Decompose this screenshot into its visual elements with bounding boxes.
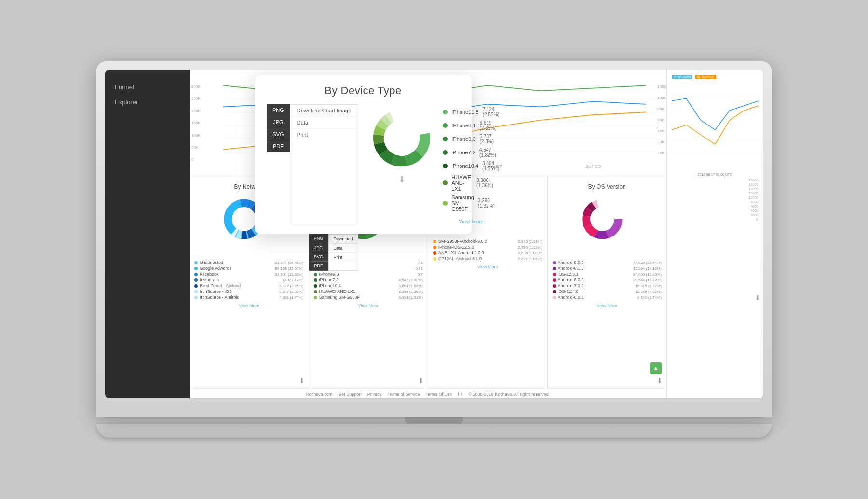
- popup-legend-item-3: iPhone7,2 4,547 (1.82%): [443, 147, 499, 158]
- popup-body: PNG JPG SVG PDF Download Chart Image Dat…: [267, 104, 460, 224]
- download-icon-device[interactable]: ⬇: [418, 377, 424, 385]
- legend-network: Unattributed91,077 (36.48%) Google Adwor…: [194, 260, 304, 301]
- popup-donut-area: ⬇: [368, 104, 435, 185]
- footer-social: f t: [458, 392, 462, 397]
- right-chart-date: 2019-08-17 00:00 UTC: [672, 173, 758, 176]
- footer-link-privacy[interactable]: Privacy: [367, 392, 382, 397]
- total-users-badge: Total Users: [672, 75, 692, 79]
- facebook-icon: f: [458, 392, 459, 397]
- download-section: PNG JPG SVG PDF Download Chart Image Dat…: [267, 104, 358, 224]
- right-panel-labels: Total Users al Revenue: [672, 75, 758, 79]
- laptop-screen: Funnel Explorer 300K 250K 200K 150K 100K: [105, 70, 763, 398]
- laptop-base: [96, 424, 772, 438]
- format-btn-pdf[interactable]: PDF: [267, 140, 290, 152]
- y-axis-left: 300K 250K 200K 150K 100K 50K 0: [190, 84, 203, 162]
- footer: Kochava.com Get Support Privacy Terms of…: [190, 388, 666, 398]
- option-print[interactable]: Print: [290, 129, 358, 140]
- popup-download-icon[interactable]: ⬇: [398, 174, 406, 185]
- inner-option-print[interactable]: Print: [329, 253, 358, 262]
- inner-format-jpg[interactable]: JPG: [309, 243, 328, 252]
- legend-dot-4: [443, 164, 448, 168]
- popup-view-more[interactable]: View More: [443, 219, 499, 224]
- option-download-chart[interactable]: Download Chart Image: [290, 105, 358, 117]
- popup-legend-item-2: IPhone9,3 5,737 (2.3%): [443, 134, 499, 144]
- download-icon-right[interactable]: ⬇: [755, 294, 760, 302]
- right-panel: Total Users al Revenue 2019-08-17 00:00 …: [666, 70, 763, 398]
- legend-dot-0: [443, 110, 448, 114]
- format-btn-png[interactable]: PNG: [267, 104, 290, 116]
- popup-legend-item-0: IPhone11,8 7,124 (2.85%): [443, 107, 499, 117]
- scroll-top-button[interactable]: ▲: [650, 362, 662, 374]
- legend-dot-5: [443, 180, 448, 185]
- right-y-axis: 1800016000140001200010000 80006000400020…: [672, 179, 758, 221]
- format-btn-group: PNG JPG SVG PDF: [267, 104, 290, 224]
- inner-format-btns: PNG JPG SVG PDF: [309, 234, 328, 271]
- popup-legend-item-4: iPhone10,4 3,894 (1.56%): [443, 161, 499, 171]
- svg-point-33: [591, 208, 613, 231]
- format-btn-jpg[interactable]: JPG: [267, 116, 290, 128]
- footer-link-kochava[interactable]: Kochava.com: [306, 392, 333, 397]
- inner-option-download[interactable]: Download: [329, 235, 358, 244]
- svg-point-49: [384, 120, 420, 156]
- inner-option-data[interactable]: Data: [329, 244, 358, 253]
- twitter-icon: t: [461, 392, 463, 397]
- laptop-body: Funnel Explorer 300K 250K 200K 150K 100K: [96, 61, 772, 417]
- footer-link-support[interactable]: Get Support: [338, 392, 362, 397]
- inner-format-pdf[interactable]: PDF: [309, 262, 328, 271]
- svg-point-17: [233, 208, 256, 231]
- legend-dot-6: [443, 201, 448, 206]
- legend-net-device: SM-G950F-Android-9.0.02,835 (1.13%) iPho…: [433, 239, 542, 262]
- footer-link-tou[interactable]: Terms Of Use: [425, 392, 452, 397]
- format-btn-svg[interactable]: SVG: [267, 128, 290, 140]
- option-data[interactable]: Data: [290, 117, 358, 129]
- chart-title-os: By OS Version: [588, 183, 626, 190]
- right-chart-svg: [672, 82, 759, 168]
- legend-dot-1: [443, 123, 448, 128]
- legend-os: Android-9.0.074,039 (29.64%) Android-8.1…: [553, 260, 662, 301]
- legend-dot-3: [443, 150, 448, 155]
- laptop: Funnel Explorer 300K 250K 200K 150K 100K: [96, 61, 772, 438]
- chart-panel-os: By OS Version: [548, 176, 667, 388]
- laptop-notch: [405, 417, 463, 424]
- popup-legend-item-5: HUAWEI ANE-LX1 3,386 (1.36%): [443, 174, 499, 192]
- footer-link-tos[interactable]: Terms of Service: [387, 392, 420, 397]
- total-revenue-badge: al Revenue: [695, 75, 716, 79]
- download-options-panel: Download Chart Image Data Print: [290, 104, 359, 224]
- download-icon-os[interactable]: ⬇: [657, 377, 663, 385]
- footer-copyright: © 2008-2019 Kochava. All rights reserved…: [468, 392, 550, 397]
- inner-format-svg[interactable]: SVG: [309, 252, 328, 262]
- popup-right-section: ⬇ IPhone11,8 7,124 (2.85%): [368, 104, 499, 224]
- y-axis-right: 105K100K95K90K85K80K75K: [657, 84, 666, 155]
- sidebar-item-explorer[interactable]: Explorer: [105, 95, 190, 110]
- popup-title: By Device Type: [267, 84, 460, 97]
- inner-download-options: Download Data Print: [328, 234, 358, 271]
- view-more-net-device[interactable]: View More: [477, 264, 498, 269]
- by-device-type-popup: By Device Type PNG JPG SVG PDF Downl: [255, 75, 472, 234]
- sidebar: Funnel Explorer: [105, 70, 190, 398]
- download-icon-network[interactable]: ⬇: [299, 377, 305, 385]
- inner-download-panel: PNG JPG SVG PDF Download Data Print: [309, 234, 358, 271]
- popup-legend: IPhone11,8 7,124 (2.85%) IPhone8,1 6,619…: [443, 104, 499, 224]
- view-more-device[interactable]: View More: [358, 303, 379, 308]
- popup-legend-item-1: IPhone8,1 6,619 (2.65%): [443, 120, 499, 131]
- view-more-os[interactable]: View More: [597, 303, 617, 308]
- svg-text:Jul 30: Jul 30: [585, 164, 601, 169]
- inner-format-png[interactable]: PNG: [309, 234, 328, 243]
- sidebar-item-funnel[interactable]: Funnel: [105, 80, 190, 95]
- popup-legend-item-6: Samsung SM-G950F 3,290 (1.32%): [443, 194, 499, 212]
- view-more-network[interactable]: View More: [239, 303, 259, 308]
- donut-os: [578, 195, 636, 253]
- legend-dot-2: [443, 137, 448, 141]
